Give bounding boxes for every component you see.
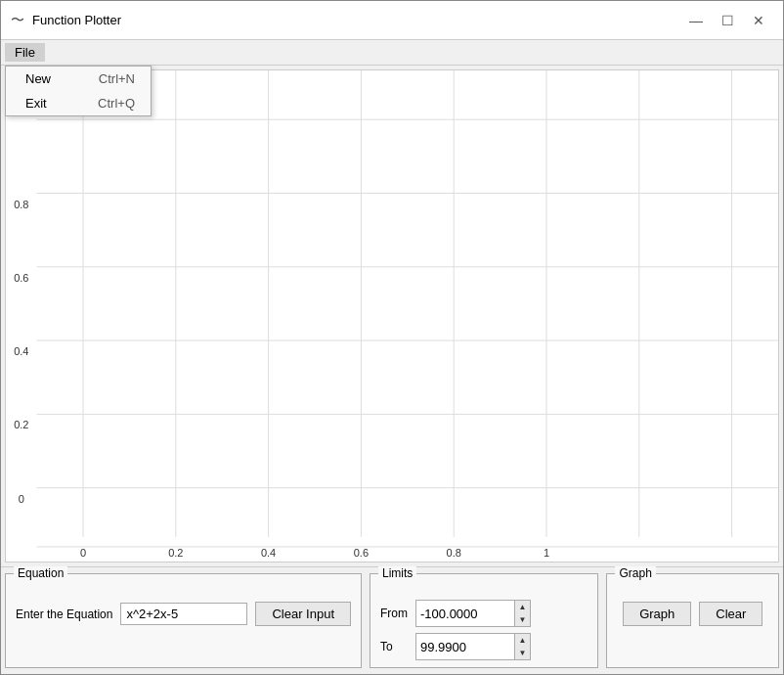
graph-section-label: Graph [615,566,655,580]
to-spinner: ▲ ▼ [514,634,530,659]
to-spin-down[interactable]: ▼ [514,647,530,659]
svg-text:0: 0 [19,493,24,505]
plot-canvas: 0 0.2 0.4 0.6 0.8 0 0.2 0.4 0.6 0.8 1 [6,70,778,562]
equation-field-label: Enter the Equation [16,608,112,621]
svg-text:1: 1 [544,547,549,559]
maximize-button[interactable]: ☐ [713,9,742,32]
graph-section: Graph Graph Clear [606,573,779,668]
clear-button[interactable]: Clear [699,602,762,626]
equation-section: Equation Enter the Equation Clear Input [5,573,362,668]
svg-text:0.8: 0.8 [447,547,461,559]
plot-area: 0 0.2 0.4 0.6 0.8 0 0.2 0.4 0.6 0.8 1 [5,69,779,562]
svg-text:0.6: 0.6 [354,547,369,559]
from-spinner: ▲ ▼ [514,601,530,626]
to-spin-up[interactable]: ▲ [514,634,530,647]
to-row: To ▲ ▼ [380,633,588,660]
file-dropdown: New Ctrl+N Exit Ctrl+Q [5,66,152,116]
bottom-panel: Equation Enter the Equation Clear Input … [1,566,783,674]
limits-section-label: Limits [378,566,416,580]
clear-input-button[interactable]: Clear Input [255,602,351,626]
close-button[interactable]: ✕ [744,9,773,32]
minimize-button[interactable]: — [681,9,711,32]
svg-text:0.2: 0.2 [14,419,28,430]
to-input-wrap: ▲ ▼ [415,633,531,660]
from-spin-down[interactable]: ▼ [514,613,530,626]
file-menu[interactable]: File [5,43,45,62]
window-controls: — ☐ ✕ [681,9,773,32]
to-input[interactable] [416,638,514,656]
title-bar-left: 〜 Function Plotter [11,12,121,29]
from-row: From ▲ ▼ [380,600,588,627]
svg-text:0.2: 0.2 [168,547,183,559]
svg-text:0.4: 0.4 [261,547,276,559]
equation-section-label: Equation [14,566,67,580]
title-bar: 〜 Function Plotter — ☐ ✕ [1,1,783,40]
main-window: 〜 Function Plotter — ☐ ✕ File New Ctrl+N… [0,0,784,675]
svg-text:0.4: 0.4 [14,345,28,357]
svg-text:0: 0 [80,547,86,559]
from-spin-up[interactable]: ▲ [514,601,530,613]
window-title: Function Plotter [32,13,121,27]
app-icon: 〜 [11,12,24,29]
to-label: To [380,640,410,653]
graph-button[interactable]: Graph [623,602,691,626]
limits-rows: From ▲ ▼ To ▲ ▼ [380,600,588,660]
from-input-wrap: ▲ ▼ [415,600,531,627]
svg-text:0.6: 0.6 [14,272,28,284]
menu-bar: File New Ctrl+N Exit Ctrl+Q [1,40,783,66]
menu-item-new[interactable]: New Ctrl+N [6,67,151,91]
limits-section: Limits From ▲ ▼ To [370,573,598,668]
equation-row: Enter the Equation Clear Input [16,602,351,626]
from-label: From [380,607,410,620]
equation-input[interactable] [120,603,247,625]
menu-item-exit[interactable]: Exit Ctrl+Q [6,91,151,115]
from-input[interactable] [416,605,514,623]
graph-buttons: Graph Clear [617,602,768,626]
svg-text:0.8: 0.8 [14,199,28,210]
